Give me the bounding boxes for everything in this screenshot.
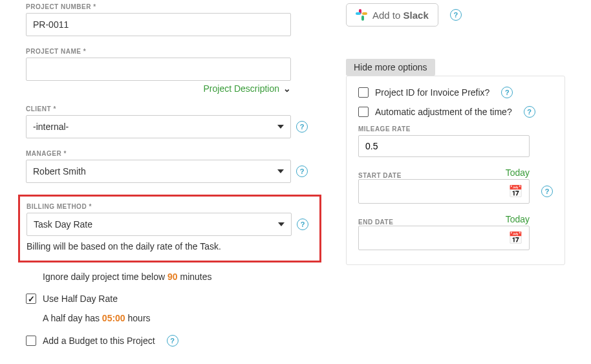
ignore-below-prefix: Ignore daily project time below [43, 272, 167, 282]
project-name-label: PROJECT NAME * [26, 48, 314, 55]
help-icon[interactable]: ? [296, 121, 308, 133]
client-select[interactable]: -internal- [26, 115, 291, 138]
project-number-group: PROJECT NUMBER * [26, 3, 314, 36]
left-column: PROJECT NUMBER * PROJECT NAME * Project … [26, 3, 314, 356]
start-date-today-link[interactable]: Today [506, 167, 530, 178]
calendar-icon: 📅 [508, 184, 522, 198]
add-budget-label: Add a Budget to this Project [43, 336, 155, 346]
help-icon[interactable]: ? [541, 186, 553, 197]
project-description-link[interactable]: Project Description [204, 83, 280, 94]
calendar-icon: 📅 [508, 231, 522, 245]
chevron-down-icon: ⌄ [283, 83, 291, 94]
half-day-suffix: hours [125, 313, 151, 323]
more-options-panel: Project ID for Invoice Prefix? ? Automat… [346, 76, 565, 265]
add-budget-row: Add a Budget to this Project ? [26, 335, 314, 347]
manager-group: MANAGER * Robert Smith ? [26, 150, 314, 183]
ignore-below-suffix: minutes [178, 272, 212, 282]
end-date-input[interactable]: 📅 [358, 226, 530, 250]
help-icon[interactable]: ? [524, 106, 535, 118]
half-day-value[interactable]: 05:00 [102, 313, 125, 323]
help-icon[interactable]: ? [450, 9, 462, 21]
project-number-label: PROJECT NUMBER * [26, 3, 314, 10]
manager-label: MANAGER * [26, 150, 314, 157]
add-to-slack-button[interactable]: Add to Slack [346, 3, 438, 27]
project-name-group: PROJECT NAME * Project Description ⌄ [26, 48, 314, 94]
help-icon[interactable]: ? [297, 219, 308, 230]
ignore-below-value[interactable]: 90 [167, 272, 178, 282]
start-date-input[interactable]: 📅 [358, 179, 530, 204]
slack-icon [356, 9, 367, 21]
billing-method-value: Task Day Rate [34, 219, 92, 230]
half-day-prefix: A half day has [43, 313, 102, 323]
manager-value: Robert Smith [33, 166, 86, 177]
help-icon[interactable]: ? [501, 87, 513, 98]
invoice-prefix-label: Project ID for Invoice Prefix? [375, 87, 489, 98]
ignore-below-text: Ignore daily project time below 90 minut… [43, 272, 314, 282]
half-day-label: Use Half Day Rate [43, 294, 118, 304]
client-group: CLIENT * -internal- ? [26, 105, 314, 138]
chevron-down-icon [277, 169, 284, 173]
help-icon[interactable]: ? [296, 166, 308, 177]
billing-method-select[interactable]: Task Day Rate [27, 213, 292, 236]
billing-hint: Billing will be based on the daily rate … [27, 241, 313, 252]
half-day-checkbox[interactable] [26, 294, 36, 304]
invoice-prefix-checkbox[interactable] [358, 87, 369, 98]
billing-method-highlight: BILLING METHOD * Task Day Rate ? Billing… [18, 195, 321, 262]
manager-select[interactable]: Robert Smith [26, 160, 291, 183]
hide-more-options-button[interactable]: Hide more options [346, 59, 435, 76]
chevron-down-icon [278, 222, 285, 226]
slack-button-label: Add to Slack [372, 10, 429, 21]
auto-adjust-checkbox[interactable] [358, 107, 369, 117]
end-date-label: END DATE [358, 219, 393, 226]
client-label: CLIENT * [26, 105, 314, 112]
start-date-label: START DATE [358, 172, 402, 179]
chevron-down-icon [277, 125, 284, 129]
client-value: -internal- [33, 122, 69, 132]
end-date-today-link[interactable]: Today [506, 214, 530, 224]
billing-method-label: BILLING METHOD * [27, 203, 313, 210]
half-day-text: A half day has 05:00 hours [43, 313, 314, 323]
mileage-rate-input[interactable] [358, 135, 530, 157]
half-day-row: Use Half Day Rate [26, 294, 314, 304]
mileage-rate-label: MILEAGE RATE [358, 125, 553, 133]
add-budget-checkbox[interactable] [26, 336, 36, 346]
project-number-input[interactable] [26, 13, 291, 36]
help-icon[interactable]: ? [167, 335, 178, 347]
right-column: Add to Slack ? Hide more options Project… [346, 3, 565, 356]
auto-adjust-label: Automatic adjustment of the time? [375, 107, 512, 117]
project-name-input[interactable] [26, 58, 291, 81]
